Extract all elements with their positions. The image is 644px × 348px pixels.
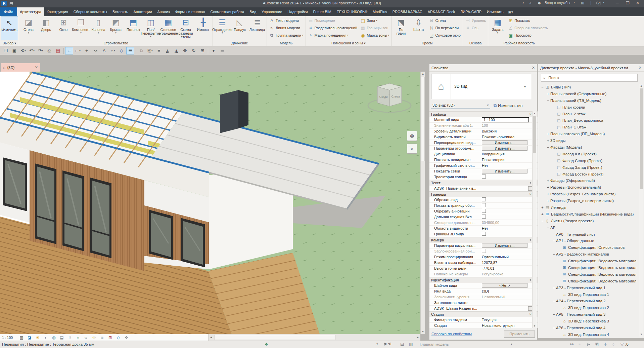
ribbon-button-door[interactable]: ◧Дверь bbox=[37, 16, 55, 40]
close-button[interactable]: ✕ bbox=[636, 1, 639, 5]
property-row[interactable]: Область видимостиНет bbox=[429, 226, 538, 231]
tree-item[interactable]: −АР4 - Перспективный вид 2 bbox=[538, 298, 640, 305]
tree-item[interactable]: −▯Листы (Раздел проекта) bbox=[538, 218, 640, 224]
property-section[interactable]: Стадии« bbox=[429, 311, 538, 317]
collapse-icon[interactable]: − bbox=[552, 239, 556, 243]
collapse-icon[interactable]: − bbox=[546, 145, 550, 149]
modify-panel-dropdown-icon[interactable]: ▣▾ bbox=[506, 7, 515, 16]
qat-open[interactable]: ❒ bbox=[2, 47, 10, 54]
tree-item[interactable]: ▢Фасад Север (Проект) bbox=[538, 157, 640, 164]
ribbon-button-stair[interactable]: ≣Лестница bbox=[248, 16, 266, 40]
ribbon-button-viewer[interactable]: ▣Просмотр bbox=[506, 32, 549, 39]
search-input[interactable] bbox=[548, 75, 637, 80]
vcb-temporary-view-properties[interactable]: ☉ bbox=[90, 335, 98, 340]
status-select-elements-by-face[interactable]: ⎗ bbox=[595, 342, 599, 347]
qat-default-3d-view[interactable]: ⌂▾ bbox=[109, 47, 117, 54]
ribbon-button-set-work-plane[interactable]: ▦Задать▾ bbox=[489, 16, 506, 40]
ribbon-button-show-work-plane[interactable]: ⊞Показать bbox=[506, 17, 549, 24]
tab-analyze[interactable]: Анализ bbox=[155, 7, 173, 16]
tab-insert[interactable]: Вставить bbox=[110, 7, 131, 16]
tab-collaborate[interactable]: Совместная работа bbox=[208, 7, 247, 16]
tree-item[interactable]: −АР2 - Ведомости материалов bbox=[538, 251, 640, 258]
ribbon-button-railing[interactable]: ☰Ограждение▾ bbox=[214, 16, 231, 40]
property-row[interactable]: ДисциплинаКоординация bbox=[429, 151, 538, 157]
properties-scrollbar[interactable]: ▲ ▼ bbox=[532, 111, 537, 328]
ribbon-button-wall[interactable]: ◪Стена▾ bbox=[20, 16, 37, 40]
collapse-icon[interactable]: − bbox=[552, 299, 556, 303]
expand-icon[interactable]: + bbox=[546, 139, 550, 143]
timber-window-1[interactable] bbox=[35, 163, 56, 244]
editing-requests-icon[interactable]: ⚑ bbox=[383, 342, 387, 347]
collapse-icon[interactable]: − bbox=[546, 99, 550, 103]
tree-item[interactable]: −АР3 - Перспективный вид 1 bbox=[538, 284, 640, 291]
expand-icon[interactable]: + bbox=[546, 185, 550, 189]
help-icon[interactable]: ? bbox=[596, 1, 601, 5]
qat-section[interactable]: ◇ bbox=[118, 47, 126, 54]
type-selector-dropdown-icon[interactable]: ▾ bbox=[524, 74, 531, 99]
ribbon-button-wall-opening[interactable]: ⌸Стена bbox=[427, 17, 462, 24]
ribbon-button-area-boundary[interactable]: ▦Границы зон bbox=[359, 24, 390, 32]
vcb-show-analytical-model[interactable]: ◇ bbox=[114, 335, 122, 340]
collapse-icon[interactable]: − bbox=[546, 226, 550, 230]
qat-undo[interactable]: ↶▾ bbox=[28, 47, 36, 54]
tree-item[interactable]: −АР bbox=[538, 224, 640, 231]
scroll-up-icon[interactable]: ▲ bbox=[421, 72, 425, 75]
collapse-icon[interactable]: − bbox=[540, 219, 545, 223]
ribbon-button-model-text[interactable]: AТекст модели bbox=[268, 17, 305, 24]
qat-print-setup[interactable]: ▤ bbox=[54, 47, 62, 54]
property-row[interactable]: Показать невидимые ...По категории bbox=[429, 157, 538, 163]
qat-text[interactable]: A bbox=[100, 47, 108, 54]
tree-item[interactable]: АР0 - Титульный лист bbox=[538, 231, 640, 238]
qat-customize-qat[interactable]: ▾ bbox=[210, 47, 218, 54]
property-row[interactable]: ADSK_Штамп Раздел п... bbox=[429, 306, 538, 311]
status-drag-elements-on-selection[interactable]: ✛ bbox=[604, 342, 607, 347]
ribbon-button-model-group[interactable]: ⧉Группа модели▾ bbox=[268, 32, 305, 39]
ribbon-button-curtain-grid[interactable]: ⊟Схема разрезки стены bbox=[177, 16, 194, 40]
center-window-2[interactable] bbox=[181, 218, 205, 267]
horizontal-scrollbar[interactable]: ◄ ► bbox=[208, 334, 420, 341]
tree-item[interactable]: ▢Фасад Восток (Проект) bbox=[538, 171, 640, 178]
property-row[interactable]: Траектория солнца bbox=[429, 174, 538, 180]
wall-dropdown-icon[interactable]: ▾ bbox=[28, 32, 29, 34]
ribbon-button-roof[interactable]: ◩Крыша▾ bbox=[107, 16, 125, 40]
account-icon[interactable]: ☻ bbox=[537, 1, 542, 5]
qat-array[interactable]: ⊞ bbox=[198, 47, 206, 54]
property-section[interactable]: Камера« bbox=[429, 237, 538, 243]
tree-item[interactable]: ⊞Спецификация: !Ведомость материал bbox=[538, 258, 640, 264]
browser-organization-icon[interactable]: ▤ bbox=[400, 342, 404, 347]
model-3d-view[interactable]: Сзади Слева bbox=[0, 72, 420, 334]
vcb-worksharing-display[interactable]: ❖ bbox=[122, 335, 130, 340]
tree-item[interactable]: −АР1 - Общие данные bbox=[538, 237, 640, 244]
tab-arkance-dock[interactable]: ARKANCE Dock bbox=[425, 7, 458, 16]
timber-window-2[interactable] bbox=[62, 170, 84, 251]
set-work-plane-dropdown-icon[interactable]: ▾ bbox=[497, 32, 499, 34]
tree-item[interactable]: +Планы этажей (Оформленные) bbox=[538, 90, 640, 97]
tree-item[interactable]: ⊞Спецификация: !Список листов bbox=[538, 244, 640, 251]
floor-dropdown-icon[interactable]: ▾ bbox=[150, 35, 151, 38]
property-row[interactable]: Высота точки цели-770,01 bbox=[429, 266, 538, 271]
tab-lira-sapr[interactable]: ЛИРА-САПР bbox=[458, 7, 484, 16]
qat-save[interactable]: ▣ bbox=[10, 47, 18, 54]
tree-item[interactable]: ⌂3D вид: Перспектива 4 bbox=[538, 331, 640, 338]
model-dropdown-icon[interactable]: ∨ bbox=[510, 342, 513, 345]
tab-addins[interactable]: Надстройки bbox=[285, 7, 310, 16]
ribbon-button-ceiling[interactable]: ⬒Потолок bbox=[125, 16, 142, 40]
ribbon-button-modify[interactable]: ↖Изменить bbox=[1, 16, 18, 40]
vcb-reveal-constraints[interactable]: ⊞ bbox=[106, 335, 114, 340]
property-section[interactable]: Графика« bbox=[429, 111, 538, 117]
tree-item[interactable]: ⌂3D вид: Перспектива 2 bbox=[538, 304, 640, 311]
properties-close-icon[interactable]: ✕ bbox=[532, 66, 535, 70]
qat-align[interactable]: ≡ bbox=[155, 47, 163, 54]
qat-visibility-graphics[interactable]: ☰ bbox=[126, 47, 134, 54]
tree-item[interactable]: +⊞Ведомости/Спецификации (Назначение вид… bbox=[538, 211, 640, 218]
vcb-sun-path[interactable]: ☀ bbox=[34, 335, 42, 340]
property-row[interactable]: Параметры визуализа...Изменить... bbox=[429, 243, 538, 248]
properties-help-link[interactable]: Справка по свойствам bbox=[431, 332, 472, 336]
property-row[interactable]: Шаблон вида<Нет> bbox=[429, 283, 538, 288]
ribbon-button-ref-plane[interactable]: ∠Опорная плоскость bbox=[506, 24, 549, 32]
property-row[interactable]: Видимость частейПоказать оригинал bbox=[429, 134, 538, 140]
edit-type-button[interactable]: Изменить тип bbox=[498, 104, 522, 108]
property-row[interactable]: Имя вида{3D} bbox=[429, 288, 538, 294]
center-window-1[interactable] bbox=[149, 210, 173, 260]
vcb-detail-level[interactable]: ▦ bbox=[17, 335, 26, 340]
